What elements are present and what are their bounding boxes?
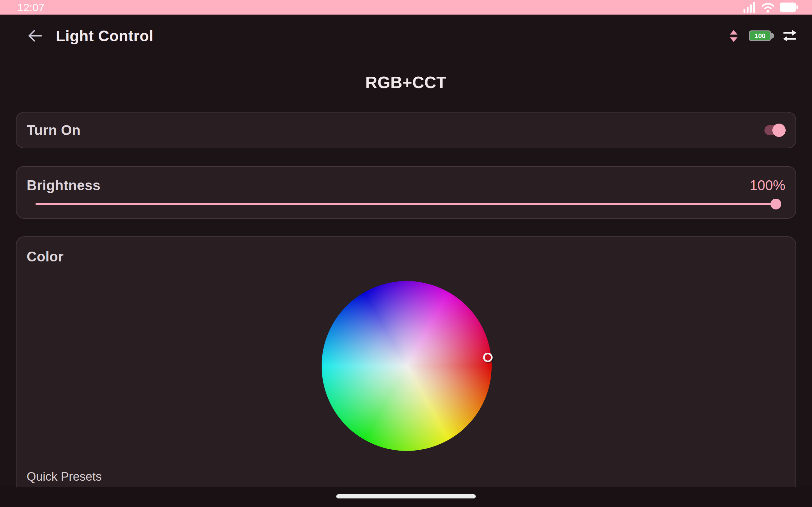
sort-triangles-icon[interactable] xyxy=(730,30,738,42)
wifi-icon xyxy=(761,2,775,13)
power-card: Turn On xyxy=(16,112,796,148)
brightness-label: Brightness xyxy=(27,177,101,193)
signal-icon xyxy=(744,2,756,13)
device-type-heading: RGB+CCT xyxy=(0,73,812,92)
color-wheel-selector[interactable] xyxy=(483,353,493,362)
clock: 12:07 xyxy=(17,0,44,14)
brightness-slider-fill xyxy=(36,203,778,205)
app-bar-actions: 100 xyxy=(730,29,797,43)
home-gesture-pill[interactable] xyxy=(336,494,476,498)
color-label: Color xyxy=(27,249,63,264)
swap-arrows-icon[interactable] xyxy=(782,29,797,43)
brightness-card: Brightness 100% xyxy=(16,166,796,219)
triangle-up xyxy=(730,30,738,35)
status-icons xyxy=(744,0,798,14)
page-title: Light Control xyxy=(56,27,154,45)
brightness-value: 100% xyxy=(750,177,785,193)
brightness-slider[interactable] xyxy=(36,199,778,210)
status-bar: 12:07 xyxy=(0,0,812,14)
quick-presets-label: Quick Presets xyxy=(27,470,102,484)
app-bar: Light Control 100 xyxy=(0,14,812,57)
power-toggle-thumb xyxy=(772,124,786,137)
brightness-slider-track xyxy=(36,203,778,205)
power-label: Turn On xyxy=(27,122,81,138)
device-battery-badge: 100 xyxy=(749,31,771,41)
battery-icon xyxy=(780,3,798,12)
brightness-header: Brightness 100% xyxy=(27,177,785,193)
device-battery-level: 100 xyxy=(754,32,765,40)
back-button[interactable] xyxy=(26,26,44,45)
battery-nub xyxy=(770,33,774,39)
light-control-screen: 12:07 Light Control xyxy=(0,0,812,507)
gesture-nav-bar xyxy=(0,487,812,507)
arrow-left-icon xyxy=(27,28,43,43)
brightness-slider-thumb[interactable] xyxy=(770,199,781,210)
power-toggle[interactable] xyxy=(764,125,784,135)
color-card: Color Quick Presets xyxy=(16,236,796,494)
triangle-down xyxy=(730,38,738,42)
color-wheel[interactable] xyxy=(322,281,492,451)
